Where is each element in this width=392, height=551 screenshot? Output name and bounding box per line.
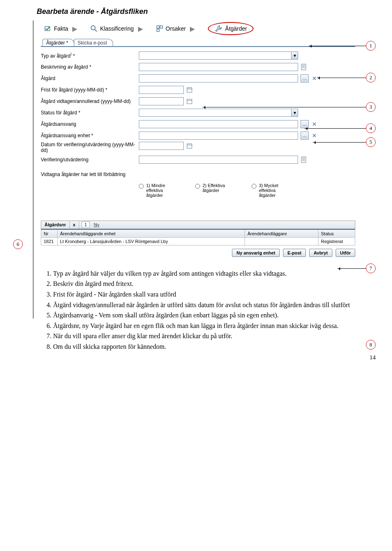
check-icon: [44, 25, 51, 32]
magnifier-icon: [90, 25, 98, 32]
radio-icon: [139, 184, 144, 189]
radio-3-label: 3) Mycket effektiva åtgärder: [259, 183, 287, 198]
svg-rect-6: [301, 64, 306, 70]
chevron-right-icon: ▶: [190, 25, 195, 33]
svg-rect-3: [157, 26, 159, 28]
ansvarig-enhet-input[interactable]: [139, 132, 298, 140]
radio-icon: [195, 184, 200, 189]
label-ansvarig: Åtgärdsansvarig: [41, 121, 139, 127]
svg-rect-7: [187, 88, 192, 92]
instruction-2: Beskriv din åtgärd med fritext.: [53, 279, 377, 288]
label-typ: Typ av åtgärdi *: [41, 52, 139, 59]
vidtagen-input[interactable]: [139, 97, 184, 105]
epost-button[interactable]: E-post: [283, 249, 306, 257]
th-status[interactable]: Status: [318, 230, 355, 237]
subtab-atgarder[interactable]: Åtgärder *: [42, 39, 74, 46]
chevron-down-icon: ▾: [291, 109, 298, 116]
svg-rect-5: [157, 29, 159, 31]
chevron-down-icon: ▾: [291, 52, 298, 59]
tab-klass-label: Klassificering: [100, 25, 134, 32]
tab-fakta-label: Fakta: [54, 25, 68, 32]
ansvarig-input[interactable]: [139, 120, 298, 128]
page-title: Bearbeta ärende - Åtgärdsfliken: [37, 7, 377, 16]
datum-verif-input[interactable]: [139, 142, 184, 150]
instruction-8: Om du vill skicka rapporten för kännedom…: [53, 342, 377, 351]
radio-row: 1) Mindre effektiva åtgärder 2) Effektiv…: [41, 181, 355, 198]
callout-4: 4: [366, 123, 376, 133]
arrow-2: [317, 78, 366, 78]
browse-button[interactable]: …: [301, 74, 309, 83]
browse-button[interactable]: …: [301, 132, 309, 140]
label-status: Status för åtgärd *: [41, 110, 139, 116]
calendar-icon[interactable]: [186, 143, 193, 149]
subtab-skicka[interactable]: Skicka e-post: [74, 39, 113, 46]
top-tab-row: Fakta ▶ Klassificering ▶ Orsaker ▶ Åtgär…: [41, 20, 355, 37]
frist-input[interactable]: [139, 86, 184, 94]
callout-5: 5: [366, 137, 376, 147]
td-handlaggare: [245, 237, 318, 245]
typ-select[interactable]: ▾: [139, 51, 298, 60]
left-border: [33, 20, 34, 319]
radio-1[interactable]: 1) Mindre effektiva åtgärder: [139, 183, 175, 198]
label-frist: Frist för åtgärd (yyyy-MM-dd) *: [41, 87, 139, 93]
status-select[interactable]: ▾: [139, 109, 298, 117]
radio-3[interactable]: 3) Mycket effektiva åtgärder: [252, 183, 287, 198]
calendar-icon[interactable]: [186, 98, 193, 105]
table-row[interactable]: 1821 Lt Kronoberg - Länssjukvården - LSV…: [41, 237, 355, 245]
utfor-button[interactable]: Utför: [336, 249, 355, 257]
tab-orsaker[interactable]: Orsaker ▶: [156, 25, 197, 33]
wrench-icon: [214, 25, 223, 33]
label-datum-verif: Datum för verifiering/utvärdering (yyyy-…: [41, 142, 139, 154]
screenshot-area: Fakta ▶ Klassificering ▶ Orsaker ▶ Åtgär…: [41, 20, 355, 257]
clear-icon[interactable]: ✕: [311, 121, 318, 127]
table-header-row: Nr Ärendehandläggande enhet Ärendehandlä…: [41, 230, 355, 237]
callout-1: 1: [366, 41, 376, 51]
atgardsnr-value[interactable]: 1: [82, 221, 90, 228]
note-icon[interactable]: [301, 64, 307, 70]
squares-icon: [156, 25, 163, 32]
th-nr[interactable]: Nr: [41, 230, 58, 237]
instruction-5: Åtgärdsanvarig - Vem som skall utföra åt…: [53, 311, 377, 320]
tab-fakta[interactable]: Fakta ▶: [44, 25, 79, 33]
instruction-7: När du vill spara eller anser dig klar m…: [53, 332, 377, 341]
label-vidtagna: Vidtagna åtgärder har lett till förbättr…: [41, 172, 139, 177]
arrow-1: [309, 46, 366, 46]
tab-orsaker-label: Orsaker: [166, 25, 186, 32]
svg-rect-10: [187, 99, 192, 104]
close-icon: x: [73, 222, 76, 227]
th-handlaggare[interactable]: Ärendehandläggare: [245, 230, 318, 237]
beskrivning-input[interactable]: [139, 63, 298, 71]
instruction-3: Frist för åtgärd - När åtgärden skall va…: [53, 290, 377, 299]
radio-2-label: 2) Effektiva åtgärder: [203, 183, 231, 193]
svg-line-2: [95, 29, 97, 31]
ny-link[interactable]: Ny: [94, 222, 99, 227]
clear-icon[interactable]: ✕: [311, 132, 318, 139]
callout-7: 7: [366, 263, 376, 273]
radio-1-label: 1) Mindre effektiva åtgärder: [146, 183, 175, 198]
instruction-6: Åtgärdsnr, ny Varje åtgärd har en egen f…: [53, 321, 377, 330]
callout-3: 3: [366, 102, 376, 112]
atgard-input[interactable]: [139, 74, 298, 83]
chevron-right-icon: ▶: [72, 25, 77, 33]
svg-point-9: [190, 87, 191, 88]
instructions: Typ av åtgärd här väljer du vilken typ a…: [33, 269, 377, 351]
arrow-7: [337, 268, 366, 269]
th-enhet[interactable]: Ärendehandläggande enhet: [58, 230, 245, 237]
radio-2[interactable]: 2) Effektiva åtgärder: [195, 183, 231, 198]
tab-klassificering[interactable]: Klassificering ▶: [90, 25, 144, 33]
ny-ansvarig-button[interactable]: Ny ansvarig enhet: [232, 249, 280, 257]
svg-rect-4: [160, 26, 163, 28]
label-atgard: Åtgärd: [41, 76, 139, 81]
arrow-3: [203, 107, 366, 107]
close-tab-button[interactable]: x: [70, 221, 79, 229]
arrow-5: [313, 142, 366, 143]
callout-6: 6: [13, 239, 23, 249]
td-enhet: Lt Kronoberg - Länssjukvården - LSV Rönt…: [58, 237, 245, 245]
calendar-icon[interactable]: [186, 87, 193, 93]
callout-2: 2: [366, 73, 376, 83]
tab-atgarder[interactable]: Åtgärder: [208, 22, 254, 35]
note-icon[interactable]: [301, 156, 307, 163]
avbryt-button[interactable]: Avbryt: [309, 249, 332, 257]
td-nr: 1821: [41, 237, 58, 245]
verif-input[interactable]: [139, 156, 298, 164]
